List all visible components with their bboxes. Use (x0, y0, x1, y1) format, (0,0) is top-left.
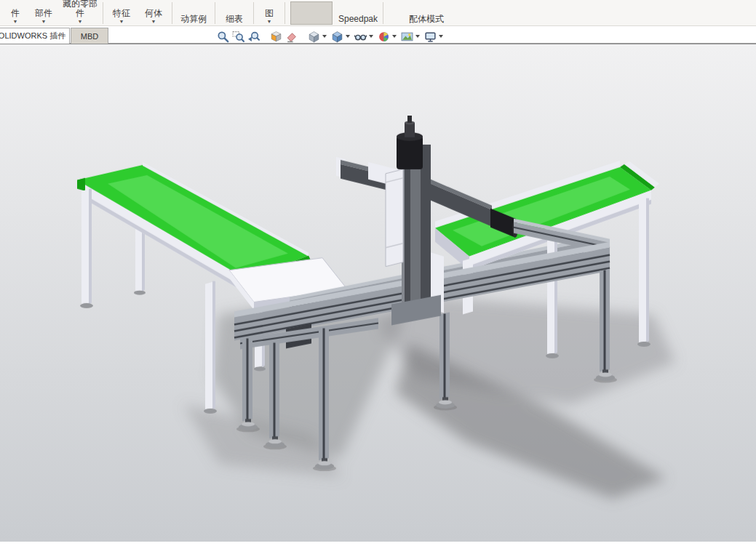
display-style-icon[interactable] (330, 29, 345, 44)
chevron-down-icon: ▼ (13, 19, 18, 24)
chevron-down-icon[interactable] (346, 35, 350, 38)
section-view-icon[interactable] (268, 29, 284, 44)
chevron-down-icon: ▼ (151, 19, 156, 24)
chevron-down-icon[interactable] (439, 35, 443, 38)
ribbon-show-hidden-components-button[interactable]: 藏的零部件 ▼ (60, 0, 100, 25)
edit-appearance-icon[interactable] (376, 29, 391, 44)
tab-label: OLIDWORKS 插件 (0, 31, 65, 41)
ribbon-button-label: Speedpak (338, 15, 378, 24)
ribbon-toolbar: 件 ▼ 部件 ▼ 藏的零部件 ▼ 特征 ▼ 何体 ▼ 动算例 细表 图 ▼ Sp… (0, 0, 756, 26)
ribbon-divider (383, 2, 383, 24)
3d-viewport[interactable] (0, 44, 756, 542)
ribbon-divider (285, 2, 285, 24)
chevron-down-icon[interactable] (322, 35, 327, 38)
ribbon-exploded-view-button[interactable]: 图 ▼ (256, 0, 282, 25)
annotation-view-icon[interactable] (284, 29, 299, 44)
chevron-down-icon[interactable] (415, 35, 420, 38)
ribbon-large-assembly-mode-button[interactable]: 配体模式 (406, 0, 447, 25)
view-orientation-icon[interactable] (306, 29, 322, 44)
chevron-down-icon: ▼ (267, 19, 272, 24)
ribbon-button-label: 图 (265, 9, 274, 18)
status-bar (0, 542, 756, 546)
view-settings-icon[interactable] (423, 29, 438, 44)
ribbon-button-label: 细表 (226, 15, 243, 24)
zoom-to-fit-icon[interactable] (215, 29, 231, 44)
chevron-down-icon[interactable] (369, 35, 373, 38)
ribbon-insert-component-button[interactable]: 件 ▼ (3, 0, 28, 25)
ribbon-button-label: 部件 (35, 9, 52, 18)
ribbon-assembly-features-button[interactable]: 特征 ▼ (106, 0, 138, 25)
previous-view-icon[interactable] (246, 29, 261, 44)
ribbon-divider (253, 2, 254, 24)
zoom-to-area-icon[interactable] (231, 29, 246, 44)
chevron-down-icon: ▼ (41, 19, 47, 24)
ribbon-divider (103, 2, 103, 24)
blank-toggle-button[interactable] (290, 1, 333, 25)
chevron-down-icon: ▼ (78, 19, 83, 24)
tab-mbd[interactable]: MBD (71, 28, 108, 44)
ribbon-reference-geometry-button[interactable]: 何体 ▼ (138, 0, 170, 25)
ribbon-button-label: 藏的零部件 (60, 0, 100, 18)
hide-show-items-icon[interactable] (353, 29, 368, 44)
ribbon-button-label: 特征 (113, 9, 130, 18)
ribbon-speedpak-button[interactable]: Speedpak (335, 0, 381, 25)
ribbon-move-component-button[interactable]: 部件 ▼ (28, 0, 60, 25)
chevron-down-icon[interactable] (392, 35, 397, 38)
ribbon-divider (215, 2, 215, 24)
ribbon-button-label: 何体 (145, 9, 162, 18)
ribbon-motion-study-button[interactable]: 动算例 (175, 0, 212, 25)
tab-label: MBD (81, 32, 98, 41)
ribbon-divider (172, 2, 172, 24)
apply-scene-icon[interactable] (399, 29, 415, 44)
heads-up-view-toolbar (215, 28, 446, 44)
ribbon-button-label: 动算例 (180, 15, 207, 24)
ribbon-button-label: 件 (11, 9, 20, 18)
ribbon-bill-of-materials-button[interactable]: 细表 (218, 0, 251, 25)
ribbon-button-label: 配体模式 (409, 15, 444, 24)
3d-model-render (0, 44, 756, 542)
chevron-down-icon: ▼ (119, 19, 124, 24)
tab-solidworks-addins[interactable]: OLIDWORKS 插件 (0, 28, 70, 44)
